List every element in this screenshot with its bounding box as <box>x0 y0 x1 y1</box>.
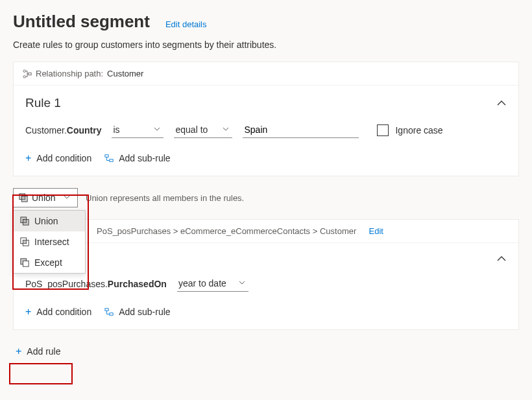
operator-option-intersect[interactable]: Intersect <box>14 231 85 252</box>
add-condition-button[interactable]: + Add condition <box>25 150 91 167</box>
union-icon <box>19 193 28 202</box>
highlight-annotation <box>9 363 73 384</box>
operator-logic-select[interactable]: is <box>112 122 163 138</box>
condition-value-input[interactable] <box>243 122 359 138</box>
svg-rect-4 <box>110 159 113 162</box>
add-subrule-label: Add sub-rule <box>119 307 170 317</box>
relationship-path-value: Customer <box>107 69 143 78</box>
attribute-label: PoS_posPurchases.PurchasedOn <box>25 279 167 289</box>
svg-rect-11 <box>23 240 26 243</box>
chevron-down-icon <box>222 125 231 134</box>
operator-option-label: Intersect <box>34 237 69 247</box>
page-title: Untitled segment <box>13 12 150 32</box>
rule-card-1: Relationship path: Customer Rule 1 Custo… <box>13 62 519 176</box>
svg-rect-14 <box>105 309 108 311</box>
set-operator-select[interactable]: Union <box>13 188 78 207</box>
svg-rect-8 <box>23 219 29 225</box>
condition-row: PoS_posPurchases.PurchasedOn year to dat… <box>25 276 507 292</box>
add-condition-label: Add condition <box>36 153 91 163</box>
svg-rect-3 <box>105 155 108 158</box>
relationship-path-value: PoS_posPurchases > eCommerce_eCommerceCo… <box>97 226 356 236</box>
relationship-icon <box>23 69 32 78</box>
chevron-down-icon <box>63 193 72 202</box>
svg-point-1 <box>23 75 26 78</box>
add-condition-button[interactable]: + Add condition <box>25 303 91 320</box>
plus-icon: + <box>25 152 31 164</box>
add-rule-button[interactable]: + Add rule <box>13 342 519 361</box>
union-icon <box>20 217 29 226</box>
ignore-case-label: Ignore case <box>395 125 442 135</box>
svg-rect-15 <box>110 313 113 316</box>
operator-option-except[interactable]: Except <box>14 252 85 273</box>
svg-rect-2 <box>29 73 31 75</box>
add-subrule-label: Add sub-rule <box>119 153 170 163</box>
page-subtitle: Create rules to group customers into seg… <box>13 40 519 50</box>
except-icon <box>20 258 29 267</box>
subrule-icon <box>104 307 114 316</box>
operator-option-union[interactable]: Union <box>14 211 85 231</box>
set-operator-value: Union <box>32 193 56 203</box>
plus-icon: + <box>25 306 31 318</box>
relationship-path-label: Relationship path: <box>36 69 103 78</box>
operator-option-label: Union <box>34 216 58 226</box>
operator-option-label: Except <box>34 257 62 268</box>
set-operator-row: Union Union represents all members in th… <box>13 188 519 207</box>
intersect-icon <box>20 237 29 246</box>
plus-icon: + <box>16 346 21 357</box>
set-operator-dropdown: Union Intersect Except <box>13 210 86 274</box>
edit-relationship-link[interactable]: Edit <box>369 226 383 236</box>
chevron-down-icon <box>238 279 247 288</box>
collapse-rule-icon[interactable] <box>496 253 507 264</box>
checkbox-box <box>377 124 389 136</box>
add-condition-label: Add condition <box>36 307 91 317</box>
add-rule-label: Add rule <box>27 346 60 357</box>
svg-rect-13 <box>23 261 29 266</box>
relationship-path-row: Relationship path: Customer <box>14 62 518 86</box>
rule-title: Rule 1 <box>25 96 61 110</box>
set-operator-hint: Union represents all members in the rule… <box>86 193 244 203</box>
edit-details-link[interactable]: Edit details <box>165 19 207 29</box>
operator-date-select[interactable]: year to date <box>177 276 248 292</box>
operator-date-value: year to date <box>178 278 226 288</box>
operator-logic-value: is <box>113 124 119 135</box>
collapse-rule-icon[interactable] <box>496 98 507 108</box>
ignore-case-checkbox[interactable]: Ignore case <box>377 124 442 136</box>
relationship-path-row: PoS_posPurchases > eCommerce_eCommerceCo… <box>14 220 518 243</box>
attribute-label: Customer.Country <box>25 125 101 135</box>
svg-point-0 <box>23 69 26 72</box>
chevron-down-icon <box>153 125 162 134</box>
subrule-icon <box>104 154 114 163</box>
svg-rect-6 <box>21 196 27 202</box>
add-subrule-button[interactable]: Add sub-rule <box>104 150 170 166</box>
condition-row: Customer.Country is equal to Ignore case <box>25 122 507 138</box>
rule-card-2: PoS_posPurchases > eCommerce_eCommerceCo… <box>13 219 519 330</box>
operator-compare-value: equal to <box>175 124 208 135</box>
add-subrule-button[interactable]: Add sub-rule <box>104 304 170 320</box>
operator-compare-select[interactable]: equal to <box>174 122 232 138</box>
